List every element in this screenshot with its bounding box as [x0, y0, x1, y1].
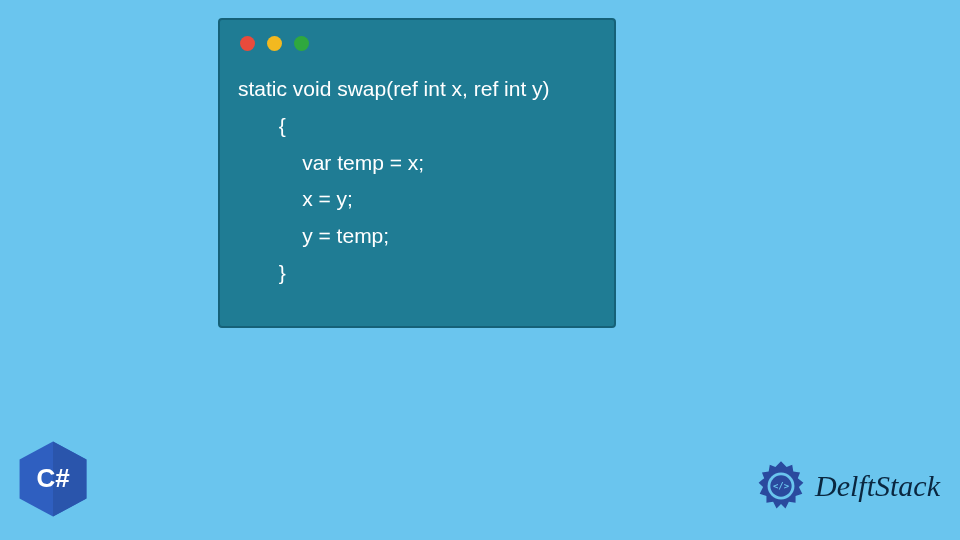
- csharp-badge: C#: [18, 440, 88, 518]
- window-controls: [220, 20, 614, 61]
- svg-text:</>: </>: [773, 481, 789, 491]
- maximize-icon: [294, 36, 309, 51]
- badge-label: C#: [36, 463, 69, 494]
- close-icon: [240, 36, 255, 51]
- minimize-icon: [267, 36, 282, 51]
- brand-name: DelftStack: [815, 469, 940, 503]
- brand-logo-icon: </>: [753, 458, 809, 514]
- code-window: static void swap(ref int x, ref int y) {…: [218, 18, 616, 328]
- brand: </> DelftStack: [753, 458, 940, 514]
- code-block: static void swap(ref int x, ref int y) {…: [220, 61, 614, 292]
